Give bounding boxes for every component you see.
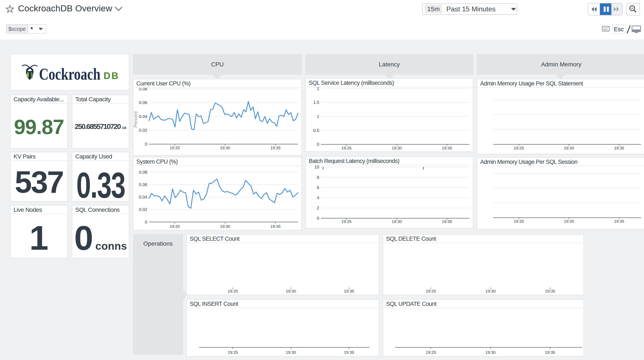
svg-text:19:25: 19:25 <box>228 350 238 355</box>
svg-text:0: 0 <box>317 142 319 147</box>
svg-text:19:25: 19:25 <box>170 224 180 229</box>
svg-text:0.06: 0.06 <box>139 100 147 105</box>
svg-text:19:25: 19:25 <box>170 146 180 150</box>
svg-text:0.08: 0.08 <box>139 170 147 175</box>
svg-text:4: 4 <box>317 195 319 200</box>
svg-text:6: 6 <box>317 185 319 190</box>
svg-text:19:25: 19:25 <box>514 146 524 150</box>
svg-text:19:35: 19:35 <box>442 146 452 150</box>
svg-text:1.5: 1.5 <box>313 100 319 105</box>
svg-text:19:30: 19:30 <box>220 224 230 229</box>
svg-text:19:35: 19:35 <box>614 146 624 150</box>
svg-text:19:35: 19:35 <box>614 219 624 224</box>
svg-text:19:25: 19:25 <box>426 350 436 355</box>
svg-text:0.02: 0.02 <box>139 128 147 133</box>
svg-text:19:30: 19:30 <box>220 146 230 150</box>
svg-text:19:25: 19:25 <box>514 219 524 224</box>
svg-text:19:30: 19:30 <box>564 146 574 150</box>
svg-text:19:30: 19:30 <box>286 289 296 293</box>
svg-text:19:35: 19:35 <box>270 224 280 229</box>
svg-text:19:30: 19:30 <box>392 146 402 150</box>
svg-text:0: 0 <box>145 142 147 146</box>
svg-text:19:30: 19:30 <box>564 219 574 224</box>
svg-text:0.04: 0.04 <box>139 195 147 199</box>
svg-text:19:30: 19:30 <box>485 289 496 293</box>
svg-text:1: 1 <box>317 114 319 119</box>
svg-text:19:30: 19:30 <box>286 350 296 355</box>
svg-text:19:35: 19:35 <box>545 350 555 355</box>
svg-text:19:30: 19:30 <box>392 219 402 224</box>
svg-text:0.5: 0.5 <box>313 128 319 133</box>
svg-text:8: 8 <box>317 175 319 180</box>
svg-text:19:35: 19:35 <box>344 350 354 355</box>
svg-text:19:35: 19:35 <box>270 146 280 150</box>
svg-text:19:35: 19:35 <box>545 289 555 293</box>
svg-text:10: 10 <box>314 165 319 169</box>
svg-text:0.04: 0.04 <box>139 114 147 119</box>
svg-text:2: 2 <box>317 206 319 210</box>
svg-text:19:35: 19:35 <box>442 219 452 224</box>
svg-text:Percent: Percent <box>133 111 138 128</box>
svg-text:19:25: 19:25 <box>341 219 352 224</box>
svg-text:0: 0 <box>317 216 319 221</box>
svg-text:19:25: 19:25 <box>426 289 436 293</box>
svg-text:0.02: 0.02 <box>139 207 147 212</box>
svg-text:0.06: 0.06 <box>139 182 147 187</box>
svg-text:0: 0 <box>145 220 147 224</box>
svg-text:19:25: 19:25 <box>341 146 352 150</box>
svg-text:19:35: 19:35 <box>344 289 354 293</box>
svg-text:19:30: 19:30 <box>485 350 496 355</box>
svg-text:19:25: 19:25 <box>228 289 238 293</box>
